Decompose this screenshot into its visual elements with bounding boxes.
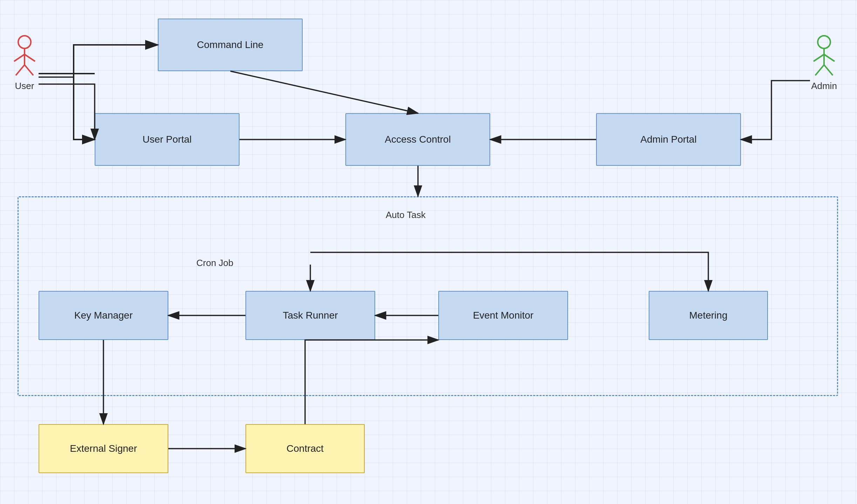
svg-line-9: [824, 54, 835, 61]
user-portal-box: User Portal: [95, 113, 239, 166]
command-line-to-access-control-arrow: [230, 71, 418, 113]
svg-line-4: [16, 65, 25, 75]
svg-line-11: [824, 65, 833, 75]
cron-job-label: Cron Job: [196, 258, 234, 268]
svg-line-3: [25, 54, 35, 61]
svg-line-8: [814, 54, 824, 61]
access-control-box: Access Control: [345, 113, 490, 166]
admin-to-admin-portal-arrow: [741, 81, 810, 139]
admin-stick-figure: [810, 35, 838, 77]
admin-label: Admin: [811, 81, 837, 91]
key-manager-box: Key Manager: [39, 291, 168, 340]
svg-line-10: [815, 65, 824, 75]
contract-box: Contract: [245, 424, 365, 473]
admin-portal-box: Admin Portal: [596, 113, 741, 166]
user-branch-to-cmd: [74, 45, 158, 74]
auto-task-label: Auto Task: [386, 210, 426, 220]
user-to-command-line-arrow: [39, 45, 158, 77]
diagram-canvas: Auto Task Cron Job Command Line User Por…: [0, 0, 857, 504]
user-to-user-portal-arrow: [39, 84, 95, 139]
external-signer-box: External Signer: [39, 424, 168, 473]
task-runner-box: Task Runner: [245, 291, 375, 340]
svg-line-5: [25, 65, 33, 75]
user-label: User: [15, 81, 34, 91]
event-monitor-box: Event Monitor: [438, 291, 568, 340]
svg-point-0: [18, 36, 31, 48]
user-stick-figure: [11, 35, 39, 77]
svg-line-2: [14, 54, 25, 61]
svg-point-6: [818, 36, 830, 48]
user-actor: User: [11, 35, 39, 91]
admin-actor: Admin: [810, 35, 838, 91]
command-line-box: Command Line: [158, 19, 303, 71]
metering-box: Metering: [649, 291, 768, 340]
user-branch-to-portal: [74, 74, 95, 139]
